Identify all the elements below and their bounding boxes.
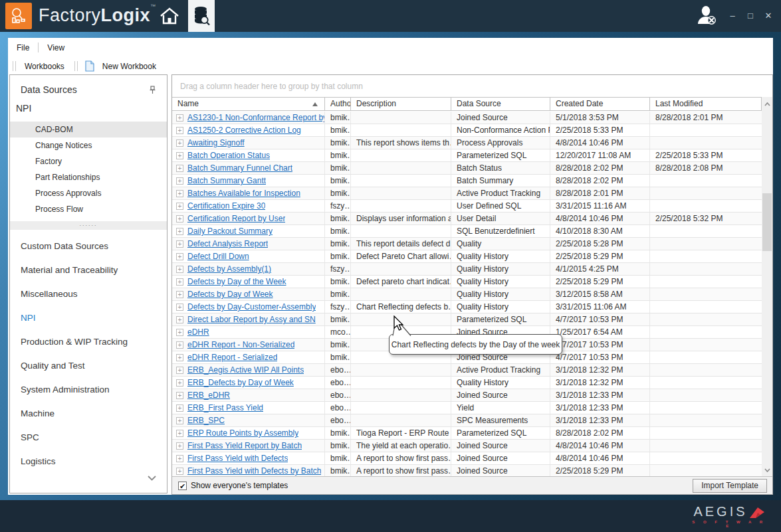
sidebar-item-cad-bom[interactable]: CAD-BOM	[10, 122, 167, 137]
column-header-author[interactable]: Author	[325, 98, 351, 110]
sidebar-item-process-approvals[interactable]: Process Approvals	[10, 185, 167, 201]
show-everyones-templates-checkbox[interactable]: ✔	[178, 482, 187, 490]
chevron-down-icon[interactable]	[148, 472, 156, 484]
report-link[interactable]: Defect Drill Down	[187, 250, 249, 262]
pin-icon[interactable]	[149, 85, 156, 97]
report-link[interactable]: Defects by Day of the Week	[187, 276, 286, 288]
scroll-down-icon[interactable]	[762, 464, 772, 476]
scroll-up-icon[interactable]	[762, 98, 772, 110]
table-row[interactable]: + ERB_SPC ebo… SPC Measurements 3/1/2018…	[172, 414, 762, 427]
expand-icon[interactable]: +	[176, 329, 183, 336]
expand-icon[interactable]: +	[176, 278, 183, 286]
expand-icon[interactable]: +	[176, 152, 183, 159]
report-link[interactable]: ERB_Defects by Day of Week	[187, 377, 294, 389]
report-link[interactable]: AS1250-2 Corrective Action Log	[187, 124, 301, 136]
report-link[interactable]: eDHR Report - Non-Serialized	[187, 339, 294, 351]
column-header-name[interactable]: Name	[172, 98, 325, 110]
table-row[interactable]: + Batches Available for Inspection bmik……	[172, 187, 762, 200]
report-link[interactable]: Batch Summary Funnel Chart	[187, 162, 292, 174]
report-link[interactable]: ERP Route Points by Assembly	[187, 427, 298, 439]
expand-icon[interactable]: +	[176, 304, 183, 311]
expand-icon[interactable]: +	[176, 367, 183, 374]
sidebar-item-process-flow[interactable]: Process Flow	[10, 201, 167, 217]
table-row[interactable]: + Defects by Day of the Week bmik… Defec…	[172, 276, 762, 288]
table-row[interactable]: + ERB_Aegis Active WIP All Points ebo… A…	[172, 364, 762, 377]
expand-icon[interactable]: +	[176, 417, 183, 424]
expand-icon[interactable]: +	[176, 404, 183, 412]
table-row[interactable]: + ERB_First Pass Yield ebo… Yield 3/1/20…	[172, 402, 762, 414]
report-link[interactable]: eDHR Report - Serialized	[187, 351, 277, 363]
home-icon[interactable]	[156, 0, 183, 32]
database-search-icon[interactable]	[188, 0, 215, 32]
report-link[interactable]: Certification Report by User	[187, 213, 285, 224]
report-link[interactable]: ERB_eDHR	[187, 389, 230, 401]
new-workbook-button[interactable]: New Workbook	[97, 62, 162, 71]
sidebar-category-miscellaneous[interactable]: Miscellaneous	[10, 282, 167, 306]
report-link[interactable]: Daily Packout Summary	[187, 225, 273, 237]
sidebar-category-custom-data-sources[interactable]: Custom Data Sources	[10, 234, 167, 258]
workbooks-button[interactable]: Workbooks	[19, 62, 70, 71]
table-row[interactable]: + ERB_Defects by Day of Week ebo… Qualit…	[172, 377, 762, 389]
expand-icon[interactable]: +	[176, 177, 183, 185]
report-link[interactable]: Awaiting Signoff	[187, 137, 245, 149]
expand-icon[interactable]: +	[176, 341, 183, 349]
expand-icon[interactable]: +	[176, 468, 183, 475]
expand-icon[interactable]: +	[176, 379, 183, 387]
expand-icon[interactable]: +	[176, 266, 183, 273]
expand-icon[interactable]: +	[176, 316, 183, 323]
sidebar-category-quality-and-test[interactable]: Quality and Test	[10, 354, 167, 378]
expand-icon[interactable]: +	[176, 291, 183, 298]
expand-icon[interactable]: +	[176, 392, 183, 399]
report-link[interactable]: Direct Labor Report by Assy and SN	[187, 313, 316, 325]
expand-icon[interactable]: +	[176, 253, 183, 260]
report-link[interactable]: Defects by Day of Week	[187, 288, 273, 300]
report-link[interactable]: Batch Operation Status	[187, 149, 270, 161]
expand-icon[interactable]: +	[176, 190, 183, 197]
sidebar-category-machine[interactable]: Machine	[10, 402, 167, 426]
table-row[interactable]: + Certification Report by User bmik… Dis…	[172, 213, 762, 225]
sidebar-item-change-notices[interactable]: Change Notices	[10, 137, 167, 153]
report-link[interactable]: Certification Expire 30	[187, 200, 265, 212]
scrollbar-thumb[interactable]	[762, 193, 772, 251]
table-row[interactable]: + Defects by Assembly(1) fszy… Quality H…	[172, 263, 762, 276]
import-template-button[interactable]: Import Template	[693, 479, 767, 493]
report-link[interactable]: First Pass Yield Report by Batch	[187, 440, 302, 452]
report-link[interactable]: ERB_Aegis Active WIP All Points	[187, 364, 304, 376]
report-link[interactable]: eDHR	[187, 326, 209, 338]
table-row[interactable]: + Defect Analysis Report bmik… This repo…	[172, 238, 762, 250]
table-row[interactable]: + Defects by Day-Customer-Assembly fszy……	[172, 301, 762, 313]
group-by-bar[interactable]: Drag a column header here to group by th…	[172, 75, 772, 97]
expand-icon[interactable]: +	[176, 228, 183, 235]
expand-icon[interactable]: +	[176, 455, 183, 462]
report-link[interactable]: Defect Analysis Report	[187, 238, 268, 250]
sidebar-category-spc[interactable]: SPC	[10, 426, 167, 450]
report-link[interactable]: ERB_First Pass Yield	[187, 402, 263, 414]
report-link[interactable]: First Pass Yield with Defects by Batch	[187, 465, 321, 477]
report-link[interactable]: Batch Summary Gantt	[187, 175, 266, 187]
table-row[interactable]: + ERB_eDHR ebo… Joined Source 3/1/2018 1…	[172, 389, 762, 402]
sidebar-category-production-wip-tracking[interactable]: Production & WIP Tracking	[10, 330, 167, 354]
sidebar-item-part-relationships[interactable]: Part Relationships	[10, 169, 167, 185]
report-link[interactable]: AS1230-1 Non-Conformance Report by …	[187, 112, 324, 124]
menu-view[interactable]: View	[39, 43, 73, 52]
report-link[interactable]: Defects by Assembly(1)	[187, 263, 271, 275]
table-row[interactable]: + Defect Drill Down bmik… Defect Pareto …	[172, 250, 762, 263]
table-row[interactable]: + ERP Route Points by Assembly bmik… Tio…	[172, 427, 762, 440]
table-row[interactable]: + AS1250-2 Corrective Action Log bmik… N…	[172, 124, 762, 137]
table-row[interactable]: + First Pass Yield with Defects bmik… A …	[172, 452, 762, 465]
table-row[interactable]: + Awaiting Signoff bmik… This report sho…	[172, 137, 762, 149]
column-header-last-modified[interactable]: Last Modified	[650, 98, 762, 110]
column-header-created-date[interactable]: Created Date	[550, 98, 650, 110]
close-button[interactable]: ✕	[762, 10, 774, 22]
column-header-data-source[interactable]: Data Source	[451, 98, 550, 110]
report-link[interactable]: Batches Available for Inspection	[187, 187, 300, 199]
user-logout-icon[interactable]	[693, 0, 722, 32]
table-row[interactable]: + Direct Labor Report by Assy and SN bmi…	[172, 313, 762, 326]
minimize-button[interactable]: –	[726, 10, 738, 22]
expand-icon[interactable]: +	[176, 240, 183, 248]
expand-icon[interactable]: +	[176, 354, 183, 361]
table-row[interactable]: + Batch Operation Status bmik… Parameter…	[172, 149, 762, 162]
table-row[interactable]: + Certification Expire 30 fszy… User Def…	[172, 200, 762, 213]
table-row[interactable]: + AS1230-1 Non-Conformance Report by … b…	[172, 112, 762, 124]
maximize-button[interactable]: □	[744, 10, 756, 22]
